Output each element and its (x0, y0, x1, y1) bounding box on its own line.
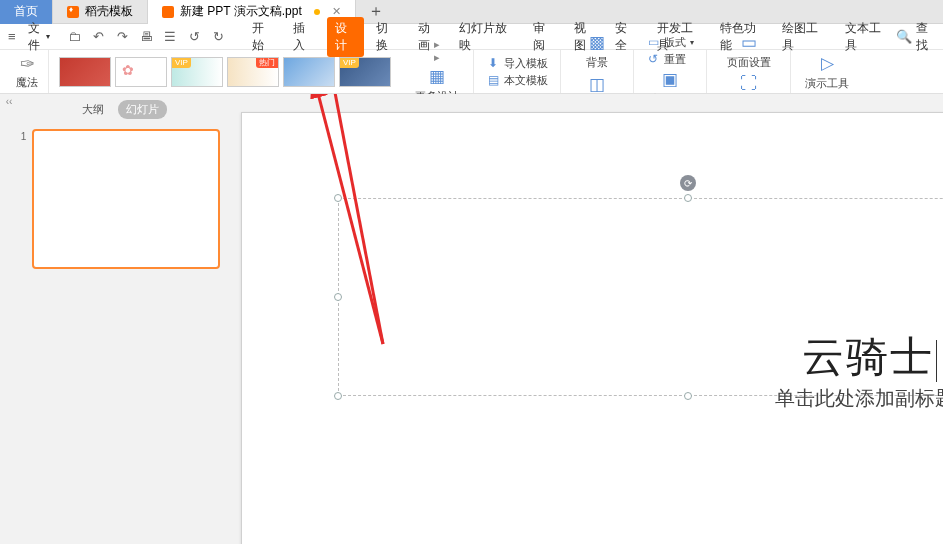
slide-size-icon: ⛶ (740, 74, 757, 94)
undo-icon[interactable]: ↶ (90, 29, 106, 45)
rotate-handle[interactable]: ⟳ (680, 175, 696, 191)
menu-left: ≡ 文件 ▾ 🗀 ↶ ↷ 🖶 ☰ ↺ ↻ (6, 20, 226, 54)
template-gallery: VIP 热门 VIP (49, 50, 401, 93)
reset-button[interactable]: ↺重置 (646, 52, 694, 67)
tab-start-label: 开始 (252, 21, 264, 52)
canvas-area[interactable]: ⟳ 云骑士 单击此处添加副标题 erase (223, 94, 943, 544)
present-tools-label: 演示工具 (805, 76, 849, 91)
master-icon: ▣ (662, 69, 678, 90)
outline-tab[interactable]: 大纲 (74, 100, 112, 119)
redo2-icon[interactable]: ↻ (210, 29, 226, 45)
slide-canvas[interactable]: ⟳ 云骑士 单击此处添加副标题 (241, 112, 943, 544)
more-design-group: ▸▸ ▦ 更多设计 (401, 50, 474, 93)
save-icon[interactable]: 🗀 (66, 29, 82, 45)
layout-button[interactable]: ▭版式▾ (646, 35, 694, 50)
title-text[interactable]: 云骑士 (802, 329, 937, 385)
resize-handle-tl[interactable] (334, 194, 342, 202)
layout-label: 版式 (664, 35, 686, 50)
title-placeholder[interactable]: ⟳ 云骑士 单击此处添加副标题 (338, 198, 943, 396)
template-thumb-6[interactable]: VIP (339, 57, 391, 87)
present-tools-button[interactable]: ▷ 演示工具 (797, 51, 857, 93)
unsaved-dot-icon (314, 9, 320, 15)
undo2-icon[interactable]: ↺ (186, 29, 202, 45)
menu-bar: ≡ 文件 ▾ 🗀 ↶ ↷ 🖶 ☰ ↺ ↻ 开始 插入 设计 切换 动画 幻灯片放… (0, 24, 943, 50)
resize-handle-bl[interactable] (334, 392, 342, 400)
resize-handle-ml[interactable] (334, 293, 342, 301)
resize-handle-bm[interactable] (684, 392, 692, 400)
page-setup-button[interactable]: ▭ 页面设置 (719, 30, 779, 72)
gallery-nav-button[interactable]: ▸▸ (432, 38, 442, 64)
tab-review-label: 审阅 (533, 21, 545, 52)
slide-thumb-row: 1 (13, 125, 229, 273)
slides-tab-label: 幻灯片 (126, 103, 159, 115)
template-thumb-4[interactable]: 热门 (227, 57, 279, 87)
file-menu[interactable]: 文件 ▾ (24, 20, 54, 54)
redo-icon[interactable]: ↷ (114, 29, 130, 45)
search-icon: 🔍 (896, 29, 912, 44)
import-template-button[interactable]: ⬇导入模板 (486, 56, 548, 71)
tab-animation-label: 动画 (418, 21, 430, 52)
tab-slideshow-label: 幻灯片放映 (459, 21, 507, 52)
reset-label: 重置 (664, 52, 686, 67)
tab-security-label: 安全 (615, 21, 627, 52)
outline-tab-label: 大纲 (82, 103, 104, 115)
slide-number: 1 (21, 129, 27, 142)
find-button[interactable]: 🔍 查找 (896, 20, 937, 54)
resize-handle-tm[interactable] (684, 194, 692, 202)
page-setup-icon: ▭ (741, 32, 757, 53)
title-text-value: 云骑士 (802, 333, 934, 380)
fire-icon (67, 6, 79, 18)
magic-button[interactable]: ✑ 魔法 (6, 50, 49, 93)
import-template-label: 导入模板 (504, 56, 548, 71)
panel-tabs: 大纲 幻灯片 (74, 94, 167, 125)
quick-access-toolbar: 🗀 ↶ ↷ 🖶 ☰ ↺ ↻ (66, 29, 226, 45)
slide-panel: 大纲 幻灯片 1 (18, 94, 223, 544)
present-icon: ▷ (821, 53, 834, 74)
tab-drawtools-label: 绘图工具 (782, 21, 818, 52)
magic-label: 魔法 (16, 75, 38, 90)
chevron-pair-icon: ▸▸ (434, 38, 440, 64)
hamburger-icon[interactable]: ≡ (6, 29, 18, 45)
ppt-icon (162, 6, 174, 18)
grid-icon: ▦ (429, 66, 445, 87)
file-menu-label: 文件 (28, 20, 44, 54)
template-thumb-2[interactable] (115, 57, 167, 87)
palette-icon: ◫ (589, 74, 605, 95)
layout-group: ▭版式▾ ↺重置 ▣ 编辑母版 (634, 50, 707, 93)
this-template-button[interactable]: ▤本文模板 (486, 73, 548, 88)
vip-badge: VIP (172, 58, 191, 68)
background-label: 背景 (586, 55, 608, 70)
tab-design-label: 设计 (335, 21, 347, 52)
template-thumb-1[interactable] (59, 57, 111, 87)
preview-icon[interactable]: ☰ (162, 29, 178, 45)
layout-icon: ▭ (646, 35, 660, 49)
template-group: ⬇导入模板 ▤本文模板 (474, 50, 561, 93)
magic-wand-icon: ✑ (20, 53, 35, 75)
reset-icon: ↺ (646, 52, 660, 66)
tab-transition-label: 切换 (376, 21, 388, 52)
tab-insert-label: 插入 (293, 21, 305, 52)
collapse-label: ‹‹ (6, 96, 13, 107)
template-thumb-5[interactable] (283, 57, 335, 87)
this-template-label: 本文模板 (504, 73, 548, 88)
subtitle-text[interactable]: 单击此处添加副标题 (775, 385, 943, 412)
import-icon: ⬇ (486, 56, 500, 70)
hot-badge: 热门 (256, 58, 278, 68)
page-group: ▭ 页面设置 ⛶ 幻灯片大小 (707, 50, 791, 93)
present-tools-group: ▷ 演示工具 (791, 50, 863, 93)
slides-tab[interactable]: 幻灯片 (118, 100, 167, 119)
slide-thumbnail-1[interactable] (32, 129, 220, 269)
tab-docer-label: 稻壳模板 (85, 3, 133, 20)
text-cursor (936, 340, 937, 382)
template-thumb-3[interactable]: VIP (171, 57, 223, 87)
caret-down-icon: ▾ (46, 32, 50, 41)
background-icon: ▩ (589, 32, 605, 53)
background-group: ▩ 背景 ◫ 配色方案 (561, 50, 634, 93)
doc-icon: ▤ (486, 73, 500, 87)
design-ribbon: ✑ 魔法 VIP 热门 VIP ▸▸ ▦ 更多设计 ⬇导入模板 ▤本文模板 ▩ … (0, 50, 943, 94)
print-icon[interactable]: 🖶 (138, 29, 154, 45)
tab-texttools-label: 文本工具 (845, 21, 881, 52)
background-button[interactable]: ▩ 背景 (578, 30, 616, 72)
page-setup-label: 页面设置 (727, 55, 771, 70)
workspace: ‹‹ 大纲 幻灯片 1 ⟳ 云骑士 单击此处添加副标题 (0, 94, 943, 544)
